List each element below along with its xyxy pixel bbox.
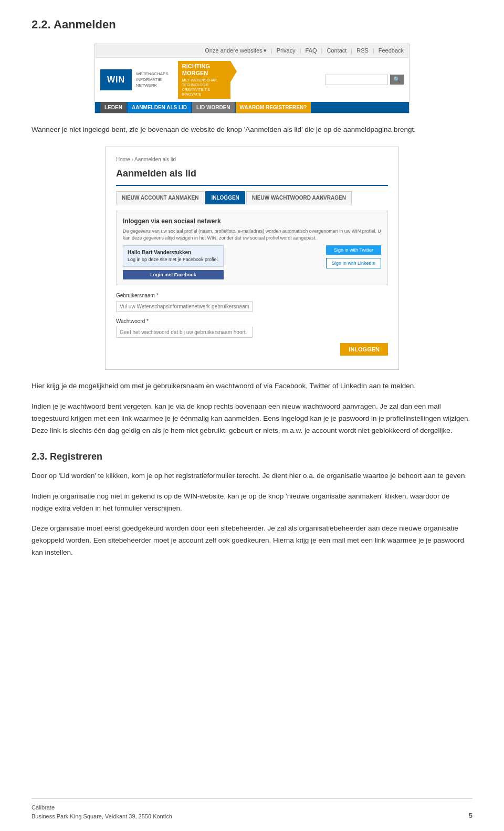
win-nav: LEDEN AANMELDEN ALS LID LID WORDEN WAARO… [95,102,409,113]
faq-link[interactable]: FAQ [306,46,317,55]
body-paragraph-7-8: Door op 'Lid worden' te klikken, kom je … [32,470,472,482]
username-label: Gebruikersnaam * [116,292,388,299]
page-footer: Calibrate Business Park King Square, Vel… [32,798,472,820]
sep4: | [351,46,352,55]
btn-facebook[interactable]: Login met Facebook [123,270,224,279]
page-container: 2.2. Aanmelden Onze andere websites ▾ | … [0,0,504,831]
richting-arrow-icon [230,61,237,82]
social-right-col: Sign in with Twitter Sign In with Linked… [326,245,381,279]
section-heading: 2.2. Aanmelden [32,16,472,33]
social-login-section: Inloggen via een sociaal netwerk De gege… [116,211,388,285]
contact-link[interactable]: Contact [327,46,346,55]
nav-lid-worden-btn[interactable]: LID WORDEN [192,102,234,113]
win-logo-box: WIN [100,69,132,90]
login-breadcrumb: Home › Aanmelden als lid [116,155,388,163]
win-logo-text: WETENSCHAPSINFORMATIENETWERK [136,71,169,89]
social-left-col: Hallo Bart Vanderstukken Log in op deze … [123,245,224,279]
facebook-greet-box: Hallo Bart Vanderstukken Log in op deze … [123,245,224,267]
footer-page-number: 5 [469,811,472,821]
other-websites-btn[interactable]: Onze andere websites ▾ [205,46,266,55]
inloggen-button[interactable]: INLOGGEN [340,343,388,356]
body-paragraph-9: Indien je organisatie nog niet in gekend… [32,491,472,515]
win-website-screenshot: Onze andere websites ▾ | Privacy | FAQ |… [94,44,410,113]
sep1: | [271,46,272,55]
nav-aanmelden-btn[interactable]: AANMELDEN ALS LID [128,102,191,113]
win-search-button[interactable]: 🔍 [390,75,404,85]
social-buttons-row: Hallo Bart Vanderstukken Log in op deze … [123,245,381,279]
social-login-title: Inloggen via een sociaal netwerk [123,216,381,226]
sep3: | [321,46,323,55]
footer-address: Business Park King Square, Veldkant 39, … [32,812,172,821]
rss-link[interactable]: RSS [356,46,369,55]
dropdown-arrow-icon: ▾ [264,46,267,55]
nav-waarom-btn[interactable]: WAAROM REGISTREREN? [236,102,311,113]
sep2: | [300,46,301,55]
username-input[interactable] [116,301,253,312]
facebook-greet-desc: Log in op deze site met je Facebook prof… [128,257,219,262]
password-label: Wachtwoord * [116,317,388,325]
win-logo: WIN WETENSCHAPSINFORMATIENETWERK RICHTIN… [100,61,230,99]
section-23-heading: 2.3. Registreren [32,450,472,464]
richting-morgen-box: RICHTINGMORGEN MET WETENSCHAP, TECHNOLOG… [178,61,230,99]
win-search-area: 🔍 [325,75,404,85]
btn-linkedin[interactable]: Sign In with LinkedIn [326,258,381,268]
tab-new-account[interactable]: NIEUW ACCOUNT AANMAKEN [116,191,204,204]
feedback-link[interactable]: Feedback [379,46,404,55]
footer-left: Calibrate Business Park King Square, Vel… [32,803,172,820]
btn-twitter[interactable]: Sign in with Twitter [326,245,381,255]
sep5: | [373,46,374,55]
body-paragraph-1: Wanneer je niet ingelogd bent, zie je bo… [32,124,472,136]
nav-leden-btn[interactable]: LEDEN [100,102,127,113]
password-field-group: Wachtwoord * INLOGGEN [116,317,388,356]
body-paragraph-3-6: Indien je je wachtwoord bent vergeten, k… [32,401,472,437]
footer-company: Calibrate [32,803,172,812]
win-header: WIN WETENSCHAPSINFORMATIENETWERK RICHTIN… [95,58,409,102]
login-form-screenshot: Home › Aanmelden als lid Aanmelden als l… [105,147,399,370]
social-login-desc: De gegevens van uw sociaal profiel (naam… [123,228,381,241]
username-field-group: Gebruikersnaam * [116,292,388,312]
body-paragraph-10-13: Deze organisatie moet eerst goedgekeurd … [32,523,472,559]
privacy-link[interactable]: Privacy [277,46,296,55]
login-form-title: Aanmelden als lid [116,167,388,186]
tab-inloggen[interactable]: INLOGGEN [205,191,245,204]
login-tabs: NIEUW ACCOUNT AANMAKEN INLOGGEN NIEUW WA… [116,191,388,204]
richting-subtitle: MET WETENSCHAP, TECHNOLOGIE,CREATIVITEIT… [182,78,221,97]
tab-new-password[interactable]: NIEUW WACHTWOORD AANVRAGEN [246,191,352,204]
password-input[interactable] [116,327,253,338]
body-paragraph-2: Hier krijg je de mogelijkheid om met je … [32,380,472,392]
richting-title: RICHTINGMORGEN [182,63,221,77]
facebook-greet-name: Hallo Bart Vanderstukken [128,248,219,256]
win-search-input[interactable] [325,75,388,85]
win-topbar: Onze andere websites ▾ | Privacy | FAQ |… [95,44,409,58]
